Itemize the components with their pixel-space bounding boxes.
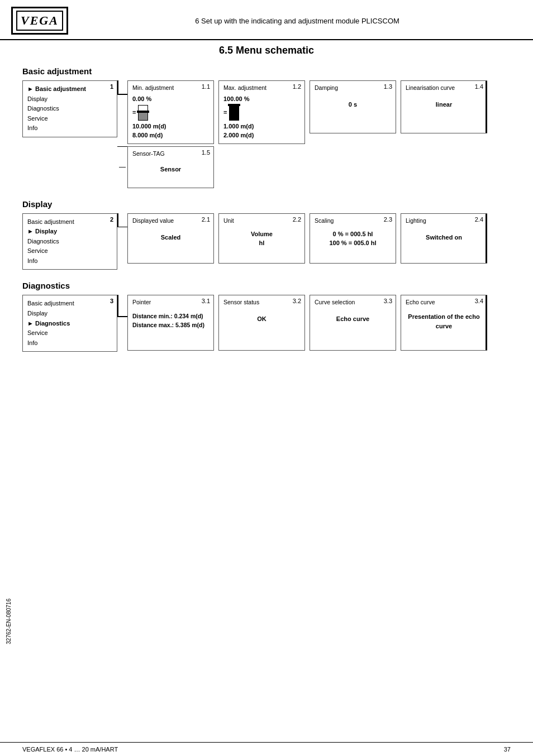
box-num-1-2: 1.2 — [293, 83, 301, 90]
child-box-2-1: 2.1 Displayed value Scaled — [127, 213, 214, 264]
box-num-2: 2 — [110, 216, 113, 223]
child-box-3-2: 3.2 Sensor status OK — [218, 295, 305, 351]
display-heading: Display — [22, 199, 511, 209]
page-footer: VEGAFLEX 66 • 4 … 20 mA/HART 37 — [0, 742, 533, 756]
header-title: 6 Set up with the indicating and adjustm… — [73, 17, 522, 25]
child-box-2-2: 2.2 Unit Volumehl — [218, 213, 305, 264]
box-value-2-1: Scaled — [132, 227, 209, 242]
side-text: 32762-EN-080716 — [6, 599, 12, 644]
box-label-1-5: Sensor-TAG — [132, 150, 209, 157]
box-value-1-4: linear — [406, 94, 482, 109]
box-value-2-4: Switched on — [406, 227, 482, 242]
diagnostics-section: Diagnostics 3 Basic adjustment Display ►… — [22, 281, 511, 352]
menu-item-2-info: Info — [27, 256, 112, 266]
diagnostics-heading: Diagnostics — [22, 281, 511, 290]
display-section: Display 2 Basic adjustment ► Display Dia… — [22, 199, 511, 270]
menu-item-3-info: Info — [27, 338, 112, 348]
box-label-1-1: Min. adjustment — [132, 84, 209, 91]
menu-item-2-basic: Basic adjustment — [27, 217, 112, 227]
page-main-title: 6.5 Menu schematic — [22, 45, 511, 56]
child-box-2-4: 2.4 Lighting Switched on — [401, 213, 487, 264]
page-content: 6.5 Menu schematic Basic adjustment 1 ► … — [0, 45, 533, 373]
child-box-2-3: 2.3 Scaling 0 % = 000.5 hl100 % = 005.0 … — [310, 213, 396, 264]
box-value-3-3: Echo curve — [315, 309, 391, 324]
box-label-1-2: Max. adjustment — [223, 84, 300, 91]
menu-item-2-display: ► Display — [27, 227, 112, 237]
box-num-3-2: 3.2 — [293, 298, 301, 304]
box-num-2-3: 2.3 — [384, 216, 392, 223]
box-num-1-5: 1.5 — [202, 149, 210, 156]
child-box-1-3: 1.3 Damping 0 s — [310, 80, 396, 133]
box-value-1-2: 100.00 % = 1.000 m(d) 2.000 m(d) — [223, 94, 300, 140]
child-box-3-3: 3.3 Curve selection Echo curve — [310, 295, 396, 351]
menu-item-service: Service — [27, 114, 112, 124]
box-value-1-5: Sensor — [132, 160, 209, 174]
menu-item-3-display: Display — [27, 309, 112, 319]
box-label-3-4: Echo curve — [406, 299, 482, 305]
box-value-3-2: OK — [223, 309, 300, 324]
child-box-1-1: 1.1 Min. adjustment 0.00 % = — [127, 80, 214, 144]
box-label-1-4: Linearisation curve — [406, 84, 482, 91]
box-num-1-3: 1.3 — [384, 83, 392, 90]
box-label-2-2: Unit — [223, 217, 300, 224]
box-label-3-1: Pointer — [132, 299, 209, 305]
box-num-3-1: 3.1 — [202, 298, 210, 304]
basic-adjustment-section: Basic adjustment 1 ► Basic adjustment Di… — [22, 66, 511, 188]
child-box-1-5: — 1.5 Sensor-TAG Sensor — [127, 146, 214, 188]
box-num-1-1: 1.1 — [202, 83, 210, 90]
menu-item-3-basic: Basic adjustment — [27, 299, 112, 309]
basic-adjustment-heading: Basic adjustment — [22, 66, 511, 76]
child-box-3-4: 3.4 Echo curve Presentation of the echo … — [401, 295, 487, 351]
menu-item-basic: ► Basic adjustment — [27, 84, 112, 94]
box-label-3-3: Curve selection — [315, 299, 391, 305]
vega-logo: VEGA — [11, 7, 68, 35]
box-value-1-1: 0.00 % = 10.000 m(d) 8.000 m(d) — [132, 94, 209, 140]
display-main-box: 2 Basic adjustment ► Display Diagnostics… — [22, 213, 117, 270]
box-label-2-3: Scaling — [315, 217, 391, 224]
child-box-3-1: 3.1 Pointer Distance min.: 0.234 m(d)Dis… — [127, 295, 214, 351]
menu-item-diagnostics: Diagnostics — [27, 104, 112, 114]
box-value-3-4: Presentation of the echo curve — [406, 309, 482, 331]
menu-item-2-service: Service — [27, 246, 112, 256]
box-num-1-4: 1.4 — [475, 83, 483, 90]
menu-item-display: Display — [27, 94, 112, 104]
box-value-2-2: Volumehl — [223, 227, 300, 248]
logo-area: VEGA — [11, 7, 61, 35]
menu-item-3-service: Service — [27, 328, 112, 338]
menu-item-2-diagnostics: Diagnostics — [27, 237, 112, 247]
footer-left: VEGAFLEX 66 • 4 … 20 mA/HART — [22, 746, 118, 753]
footer-right: 37 — [504, 746, 511, 753]
box-value-3-1: Distance min.: 0.234 m(d)Distance max.: … — [132, 309, 209, 330]
child-box-1-2: 1.2 Max. adjustment 100.00 % = — [218, 80, 305, 144]
box-value-1-3: 0 s — [315, 94, 391, 109]
box-label-3-2: Sensor status — [223, 299, 300, 305]
box-num-2-4: 2.4 — [475, 216, 483, 223]
box-num-3-4: 3.4 — [475, 298, 483, 304]
box-num-3-3: 3.3 — [384, 298, 392, 304]
box-num-3: 3 — [110, 298, 113, 304]
box-num-2-2: 2.2 — [293, 216, 301, 223]
menu-item-3-diagnostics: ► Diagnostics — [27, 319, 112, 329]
box-label-1-3: Damping — [315, 84, 391, 91]
box-label-2-4: Lighting — [406, 217, 482, 224]
child-box-1-4: 1.4 Linearisation curve linear — [401, 80, 487, 133]
box-num-2-1: 2.1 — [202, 216, 210, 223]
box-label-2-1: Displayed value — [132, 217, 209, 224]
diagnostics-main-box: 3 Basic adjustment Display ► Diagnostics… — [22, 295, 117, 352]
box-num-1: 1 — [110, 83, 113, 90]
box-value-2-3: 0 % = 000.5 hl100 % = 005.0 hl — [315, 227, 391, 248]
basic-adjustment-main-box: 1 ► Basic adjustment Display Diagnostics… — [22, 80, 117, 137]
menu-item-info: Info — [27, 123, 112, 133]
page-header: VEGA 6 Set up with the indicating and ad… — [0, 0, 533, 40]
